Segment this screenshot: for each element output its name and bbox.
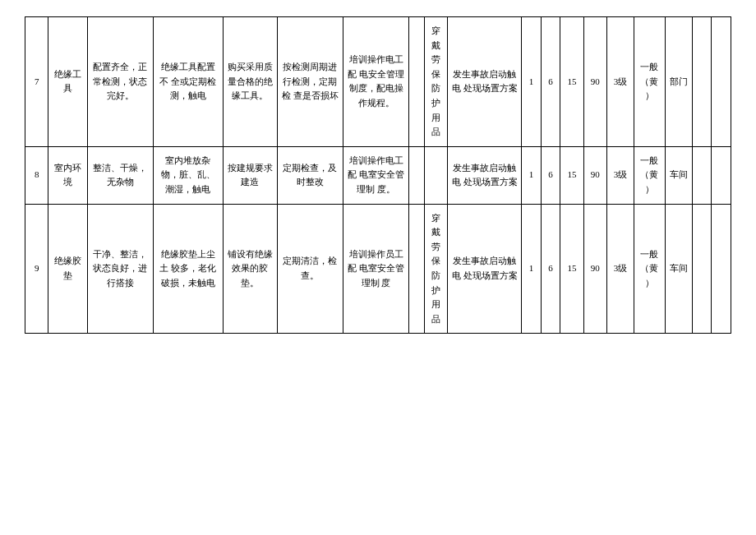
cell-c6 bbox=[409, 146, 425, 204]
cell-c4: 定期清洁，检查。 bbox=[277, 204, 343, 334]
cell-color: 一般（黄） bbox=[634, 17, 665, 147]
table-row: 8室内环境整洁、干燥，无杂物室内堆放杂物，脏、乱、潮湿，触电按建规要求建造定期检… bbox=[25, 146, 731, 204]
cell-c2: 室内堆放杂物，脏、乱、潮湿，触电 bbox=[153, 146, 223, 204]
cell-n3: 15 bbox=[560, 17, 583, 147]
cell-x1 bbox=[692, 146, 712, 204]
cell-c3: 购买采用质量合格的绝缘工具。 bbox=[223, 17, 277, 147]
cell-n3: 15 bbox=[560, 146, 583, 204]
cell-n4: 90 bbox=[583, 204, 606, 334]
cell-dept: 车间 bbox=[665, 204, 692, 334]
cell-x1 bbox=[692, 204, 712, 334]
cell-level: 3级 bbox=[606, 146, 634, 204]
cell-n4: 90 bbox=[583, 17, 606, 147]
risk-table: 7绝缘工具配置齐全，正常检测，状态完好。绝缘工具配置不 全或定期检测，触电购买采… bbox=[25, 16, 731, 334]
cell-x2 bbox=[712, 146, 731, 204]
cell-n1: 1 bbox=[522, 204, 542, 334]
cell-name: 室内环境 bbox=[48, 146, 87, 204]
table-row: 9绝缘胶垫干净、整洁，状态良好，进行搭接绝缘胶垫上尘土 较多，老化破损，未触电铺… bbox=[25, 204, 731, 334]
cell-n4: 90 bbox=[583, 146, 606, 204]
cell-c8: 发生事故启动触电 处现场置方案 bbox=[448, 204, 522, 334]
cell-level: 3级 bbox=[606, 17, 634, 147]
cell-c1: 整洁、干燥，无杂物 bbox=[87, 146, 153, 204]
cell-color: 一般（黄） bbox=[634, 204, 665, 334]
cell-c6 bbox=[409, 204, 425, 334]
cell-dept: 部门 bbox=[665, 17, 692, 147]
cell-x2 bbox=[712, 204, 731, 334]
cell-name: 绝缘工具 bbox=[48, 17, 87, 147]
cell-c1: 配置齐全，正常检测，状态完好。 bbox=[87, 17, 153, 147]
cell-n1: 1 bbox=[522, 146, 542, 204]
cell-c2: 绝缘工具配置不 全或定期检测，触电 bbox=[153, 17, 223, 147]
cell-c4: 定期检查，及时整改 bbox=[277, 146, 343, 204]
table-row: 7绝缘工具配置齐全，正常检测，状态完好。绝缘工具配置不 全或定期检测，触电购买采… bbox=[25, 17, 731, 147]
cell-c6 bbox=[409, 17, 425, 147]
cell-n2: 6 bbox=[541, 17, 560, 147]
cell-c4: 按检测周期进 行检测，定期检 查是否损坏 bbox=[277, 17, 343, 147]
cell-c8: 发生事故启动触电 处现场置方案 bbox=[448, 17, 522, 147]
cell-c8: 发生事故启动触电 处现场置方案 bbox=[448, 146, 522, 204]
cell-c5: 培训操作电工配 电安全管理制度，配电操作规程。 bbox=[343, 17, 409, 147]
cell-c3: 铺设有绝缘效果的胶 垫。 bbox=[223, 204, 277, 334]
cell-color: 一般（黄） bbox=[634, 146, 665, 204]
cell-level: 3级 bbox=[606, 204, 634, 334]
cell-c7: 穿戴劳保防护用品 bbox=[425, 17, 448, 147]
cell-n1: 1 bbox=[522, 17, 542, 147]
cell-name: 绝缘胶垫 bbox=[48, 204, 87, 334]
cell-c5: 培训操作员工配 电室安全管理制 度 bbox=[343, 204, 409, 334]
cell-n2: 6 bbox=[541, 146, 560, 204]
cell-num: 9 bbox=[25, 204, 48, 334]
cell-num: 8 bbox=[25, 146, 48, 204]
cell-x1 bbox=[692, 17, 712, 147]
cell-n3: 15 bbox=[560, 204, 583, 334]
cell-c2: 绝缘胶垫上尘土 较多，老化破损，未触电 bbox=[153, 204, 223, 334]
cell-dept: 车间 bbox=[665, 146, 692, 204]
cell-c3: 按建规要求建造 bbox=[223, 146, 277, 204]
cell-num: 7 bbox=[25, 17, 48, 147]
cell-x2 bbox=[712, 17, 731, 147]
cell-n2: 6 bbox=[541, 204, 560, 334]
cell-c5: 培训操作电工配 电室安全管理制 度。 bbox=[343, 146, 409, 204]
cell-c7 bbox=[425, 146, 448, 204]
cell-c1: 干净、整洁，状态良好，进行搭接 bbox=[87, 204, 153, 334]
cell-c7: 穿戴劳保防护用品 bbox=[425, 204, 448, 334]
